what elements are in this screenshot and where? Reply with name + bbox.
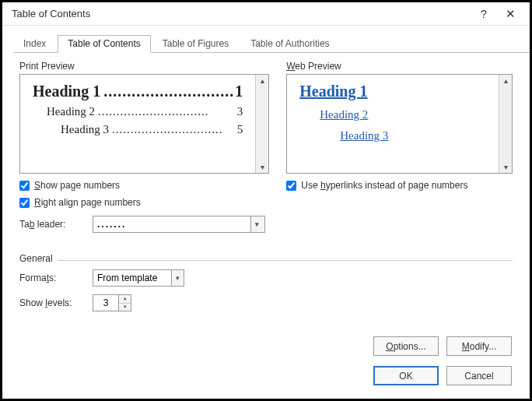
- tab-table-of-authorities[interactable]: Table of Authorities: [240, 35, 339, 52]
- scroll-up-icon[interactable]: ▴: [261, 75, 264, 86]
- titlebar: Table of Contents ? ✕: [2, 2, 530, 26]
- show-page-numbers-row: Show page numbers: [19, 180, 269, 191]
- print-preview-h1: Heading 1 ..............................…: [33, 83, 243, 100]
- print-preview-inner: Heading 1 ..............................…: [20, 75, 255, 173]
- scroll-down-icon[interactable]: ▾: [261, 161, 264, 173]
- close-icon[interactable]: ✕: [497, 7, 523, 21]
- chevron-down-icon: ▾: [171, 270, 184, 286]
- web-preview-inner: Heading 1 Heading 2 Heading 3: [287, 75, 499, 173]
- web-preview-h2[interactable]: Heading 2: [299, 108, 486, 121]
- general-label: General: [19, 253, 513, 264]
- scroll-down-icon[interactable]: ▾: [504, 161, 508, 173]
- show-levels-spinner[interactable]: ▴ ▾: [93, 294, 131, 311]
- right-align-checkbox[interactable]: [19, 198, 30, 208]
- help-icon[interactable]: ?: [471, 8, 497, 20]
- ok-button[interactable]: OK: [373, 366, 439, 385]
- print-preview-h2: Heading 2 ..............................…: [33, 105, 243, 118]
- use-hyperlinks-checkbox[interactable]: [286, 181, 296, 191]
- dialog-title: Table of Contents: [12, 8, 471, 19]
- show-levels-row: Show levels: ▴ ▾: [19, 294, 513, 311]
- web-preview-h1[interactable]: Heading 1: [299, 83, 486, 100]
- formats-select[interactable]: From template ▾: [93, 269, 184, 287]
- print-preview-h3: Heading 3 ..............................…: [33, 123, 243, 136]
- web-preview-h3[interactable]: Heading 3: [299, 129, 486, 142]
- web-preview-box: Heading 1 Heading 2 Heading 3 ▴ ▾: [286, 74, 513, 174]
- chevron-down-icon: ▾: [250, 216, 264, 232]
- tab-leader-label: Tab leader:: [19, 219, 86, 230]
- show-levels-label: Show levels:: [19, 297, 86, 308]
- print-preview-scrollbar[interactable]: ▴ ▾: [255, 75, 268, 173]
- tab-leader-row: Tab leader: ....... ▾: [19, 216, 269, 233]
- scroll-up-icon[interactable]: ▴: [504, 75, 508, 86]
- show-levels-input[interactable]: [93, 295, 118, 311]
- options-button[interactable]: Options...: [373, 336, 439, 356]
- formats-label: Formats:: [19, 273, 86, 283]
- tab-strip: Index Table of Contents Table of Figures…: [13, 35, 530, 53]
- right-align-row: Right align page numbers: [19, 197, 269, 208]
- ok-cancel-row: OK Cancel: [373, 366, 512, 385]
- tab-index[interactable]: Index: [13, 35, 56, 52]
- cancel-button[interactable]: Cancel: [446, 366, 512, 385]
- web-preview-col: Web Preview Heading 1 Heading 2 Heading …: [286, 61, 513, 233]
- tab-leader-select[interactable]: ....... ▾: [93, 216, 265, 233]
- options-modify-row: Options... Modify...: [373, 336, 512, 356]
- spinner-up-icon[interactable]: ▴: [119, 295, 131, 304]
- use-hyperlinks-row: Use hyperlinks instead of page numbers: [286, 180, 513, 191]
- show-page-numbers-checkbox[interactable]: [19, 181, 30, 191]
- web-preview-label: Web Preview: [286, 61, 513, 72]
- modify-button[interactable]: Modify...: [446, 336, 512, 356]
- tab-table-of-figures[interactable]: Table of Figures: [152, 35, 239, 52]
- spinner-down-icon[interactable]: ▾: [119, 304, 131, 311]
- print-preview-col: Print Preview Heading 1 ................…: [19, 61, 269, 233]
- formats-row: Formats: From template ▾: [19, 269, 513, 287]
- print-preview-label: Print Preview: [19, 61, 269, 72]
- print-preview-box: Heading 1 ..............................…: [19, 74, 269, 174]
- web-preview-scrollbar[interactable]: ▴ ▾: [499, 75, 512, 173]
- tab-table-of-contents[interactable]: Table of Contents: [58, 35, 150, 53]
- divider: [58, 260, 513, 261]
